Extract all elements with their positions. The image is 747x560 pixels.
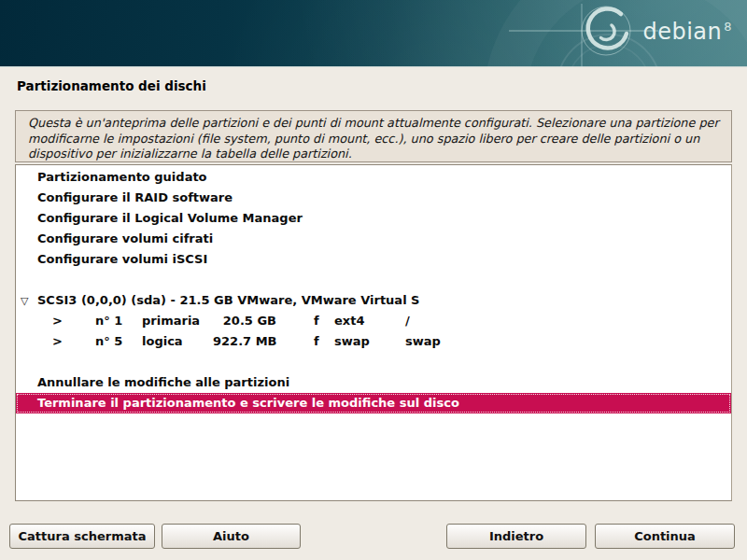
list-item-configure-encrypted[interactable]: Configurare volumi cifrati: [16, 229, 731, 249]
partition-filesystem: ext4: [334, 311, 405, 331]
back-button[interactable]: Indietro: [446, 524, 586, 549]
list-item-undo-changes[interactable]: Annullare le modifiche alle partizioni: [16, 372, 731, 393]
expander-icon[interactable]: ▽: [21, 291, 37, 312]
list-spacer: [16, 270, 731, 290]
disk-label: SCSI3 (0,0,0) (sda) - 21.5 GB VMware, VM…: [37, 293, 419, 307]
description-box: Questa è un'anteprima delle partizioni e…: [15, 110, 732, 162]
list-item-finish-partitioning[interactable]: Terminare il partizionamento e scrivere …: [16, 393, 731, 413]
gap: [276, 331, 314, 352]
description-text: Questa è un'anteprima delle partizioni e…: [28, 116, 719, 161]
brand-version: 8: [724, 20, 732, 34]
indent: [16, 311, 52, 331]
list-spacer: [16, 352, 731, 372]
screenshot-button[interactable]: Cattura schermata: [9, 524, 155, 549]
brand-text: debian: [642, 19, 722, 45]
list-item-configure-iscsi[interactable]: Configurare volumi iSCSI: [16, 249, 731, 270]
list-item-configure-raid[interactable]: Configurare il RAID software: [16, 188, 731, 208]
partition-size: 20.5 GB: [213, 311, 276, 331]
list-item-partition-5[interactable]: > n° 5 logica 922.7 MB f swap swap: [16, 331, 731, 352]
partition-arrow-icon: >: [52, 331, 95, 352]
partition-type: logica: [142, 331, 213, 352]
partition-size: 922.7 MB: [213, 331, 276, 352]
list-item-guided-partitioning[interactable]: Partizionamento guidato: [16, 167, 731, 188]
debian-swirl-icon: [0, 0, 747, 67]
page-title: Partizionamento dei dischi: [17, 78, 206, 93]
partition-flag: f: [314, 311, 334, 331]
partition-type: primaria: [142, 311, 213, 331]
debian-logo: debian8: [642, 19, 732, 45]
list-item-configure-lvm[interactable]: Configurare il Logical Volume Manager: [16, 208, 731, 229]
continue-button[interactable]: Continua: [595, 524, 735, 549]
gap: [276, 311, 314, 331]
partition-filesystem: swap: [334, 331, 405, 352]
partition-flag: f: [314, 331, 334, 352]
partition-arrow-icon: >: [52, 311, 95, 331]
partition-number: n° 5: [95, 331, 142, 352]
list-item-partition-1[interactable]: > n° 1 primaria 20.5 GB f ext4 /: [16, 311, 731, 331]
partition-mountpoint: swap: [405, 331, 441, 352]
header-banner: debian8: [0, 0, 747, 67]
help-button[interactable]: Aiuto: [162, 524, 301, 549]
indent: [16, 331, 52, 352]
partition-list: Partizionamento guidato Configurare il R…: [15, 164, 732, 501]
partition-mountpoint: /: [405, 311, 410, 331]
list-item-disk[interactable]: ▽SCSI3 (0,0,0) (sda) - 21.5 GB VMware, V…: [16, 290, 731, 311]
partition-number: n° 1: [95, 311, 142, 331]
